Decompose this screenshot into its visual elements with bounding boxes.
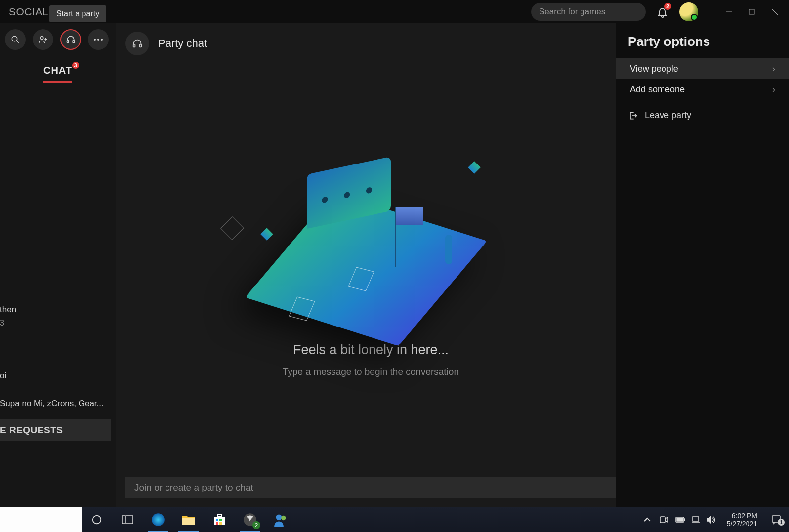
xbox-badge: 2 [252, 521, 260, 529]
add-friend-icon [38, 35, 48, 44]
minimize-icon [726, 9, 732, 15]
tray-date-text: 5/27/2021 [727, 520, 757, 528]
chevron-right-icon: › [772, 64, 775, 74]
svg-rect-19 [122, 516, 125, 524]
search-input[interactable] [539, 7, 644, 17]
close-icon [772, 9, 778, 15]
svg-rect-28 [219, 522, 222, 525]
svg-rect-3 [749, 9, 754, 14]
top-bar: SOCIAL STORE 2 [0, 0, 789, 23]
add-friend-button[interactable] [33, 29, 53, 50]
list-item[interactable]: Supa no Mi, zCrons, Gear... [0, 397, 116, 410]
leave-icon [628, 111, 638, 121]
notifications-button[interactable]: 2 [655, 4, 670, 20]
tray-chevron-button[interactable] [644, 517, 655, 522]
close-button[interactable] [769, 6, 780, 17]
start-party-tooltip: Start a party [49, 5, 106, 22]
edge-button[interactable] [143, 507, 173, 532]
notifications-badge: 2 [664, 3, 671, 10]
list-item[interactable]: 3 [0, 317, 116, 329]
chat-input[interactable]: Join or create a party to chat [125, 477, 616, 498]
chat-panel: Party chat Feels a bit lonely in here...… [116, 23, 616, 507]
search-icon [11, 35, 20, 44]
svg-rect-34 [684, 519, 685, 521]
action-center-button[interactable]: 1 [766, 515, 786, 525]
window-controls [707, 6, 789, 17]
cortana-icon [91, 514, 102, 525]
nav-social[interactable]: SOCIAL [9, 6, 48, 18]
store-icon [213, 513, 226, 526]
chevron-up-icon [644, 517, 651, 522]
requests-row[interactable]: E REQUESTS [0, 419, 111, 441]
list-item[interactable]: oi [0, 369, 116, 383]
task-view-button[interactable] [112, 507, 143, 532]
svg-rect-17 [140, 44, 142, 47]
volume-icon [707, 516, 716, 524]
sidebar-search-button[interactable] [5, 29, 26, 50]
tray-clock[interactable]: 6:02 PM 5/27/2021 [723, 512, 761, 528]
svg-rect-20 [126, 516, 133, 524]
list-item[interactable]: then [0, 303, 116, 317]
action-center-badge: 1 [778, 519, 785, 526]
svg-rect-26 [219, 519, 222, 521]
search-box[interactable] [531, 3, 646, 21]
svg-rect-22 [182, 518, 195, 525]
system-tray: 6:02 PM 5/27/2021 1 [644, 512, 789, 528]
file-explorer-button[interactable] [173, 507, 204, 532]
party-options-title: Party options [628, 34, 777, 49]
party-options-panel: Party options View people › Add someone … [616, 23, 789, 507]
svg-rect-27 [216, 522, 218, 525]
tab-chat-badge: 3 [72, 62, 79, 69]
tray-network[interactable] [691, 516, 702, 524]
svg-rect-36 [693, 517, 699, 521]
svg-point-30 [276, 515, 282, 521]
svg-rect-35 [677, 518, 683, 521]
more-button[interactable] [88, 29, 109, 50]
party-chat-icon-button[interactable] [125, 32, 149, 55]
add-someone-label: Add someone [630, 84, 685, 95]
edge-icon [151, 513, 165, 527]
svg-point-6 [12, 36, 17, 41]
minimize-button[interactable] [724, 6, 735, 17]
taskbar-search[interactable] [0, 507, 82, 532]
leave-party-row[interactable]: Leave party [628, 110, 777, 121]
add-someone-row[interactable]: Add someone › [628, 79, 777, 100]
start-party-button[interactable] [60, 29, 81, 50]
view-people-row[interactable]: View people › [616, 58, 789, 79]
maximize-icon [749, 9, 755, 15]
svg-point-18 [93, 516, 101, 524]
maximize-button[interactable] [747, 6, 757, 17]
sidebar-tabbar: CHAT 3 [0, 62, 116, 85]
svg-line-7 [16, 41, 19, 43]
svg-point-13 [94, 39, 96, 41]
chat-title: Party chat [158, 37, 207, 50]
svg-rect-11 [67, 41, 69, 43]
people-button[interactable] [265, 507, 296, 532]
sidebar-actions: Start a party [0, 29, 116, 50]
cortana-button[interactable] [82, 507, 112, 532]
tray-time-text: 6:02 PM [727, 512, 757, 520]
chat-input-placeholder: Join or create a party to chat [134, 482, 253, 493]
svg-rect-25 [216, 519, 218, 521]
view-people-label: View people [630, 64, 678, 74]
avatar[interactable] [679, 2, 698, 21]
chevron-right-icon: › [772, 84, 775, 95]
tray-battery[interactable] [675, 517, 686, 523]
task-view-icon [122, 515, 133, 524]
tray-volume[interactable] [707, 516, 718, 524]
tab-chat[interactable]: CHAT 3 [43, 65, 72, 82]
svg-point-8 [40, 36, 43, 40]
xbox-button[interactable]: 2 [235, 507, 265, 532]
top-bar-right: 2 [531, 2, 789, 21]
empty-subtitle: Type a message to begin the conversation [283, 367, 459, 377]
svg-point-31 [281, 516, 286, 520]
svg-rect-32 [660, 517, 665, 523]
headset-icon [132, 38, 143, 49]
store-button[interactable] [204, 507, 235, 532]
svg-rect-24 [217, 514, 221, 517]
leave-party-label: Leave party [645, 110, 691, 121]
chat-header: Party chat [125, 31, 616, 56]
sidebar: Start a party CHAT 3 then 3 oi [0, 23, 116, 507]
svg-point-15 [101, 39, 103, 41]
tray-meet-now[interactable] [660, 516, 670, 523]
